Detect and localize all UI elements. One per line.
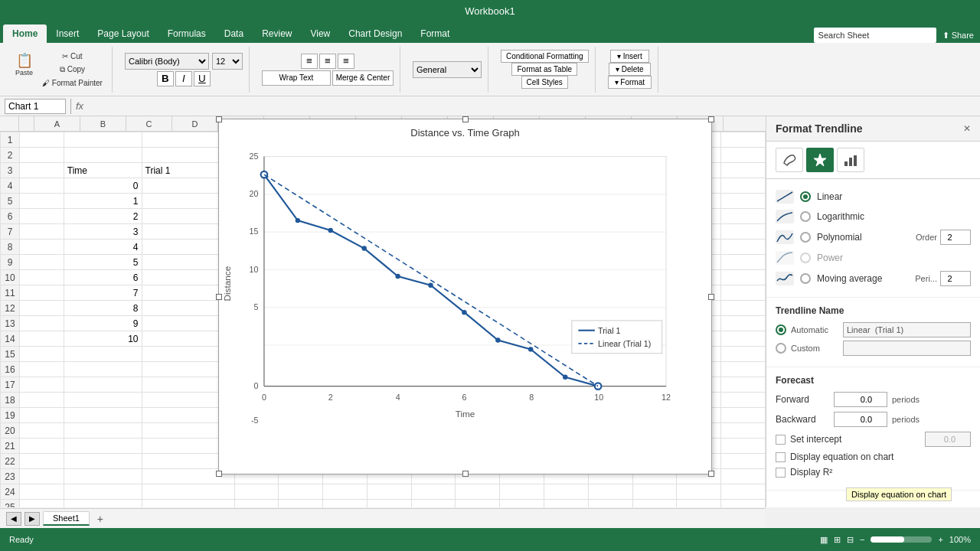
- share-button[interactable]: ⬆ Share: [942, 31, 974, 41]
- cell[interactable]: [500, 484, 544, 500]
- cell[interactable]: [20, 285, 64, 301]
- cell[interactable]: [64, 132, 142, 148]
- trendline-logarithmic[interactable]: Logarithmic: [776, 207, 971, 227]
- cell[interactable]: [20, 500, 64, 508]
- cell[interactable]: [721, 224, 766, 240]
- cell[interactable]: [279, 500, 323, 508]
- cell[interactable]: [367, 500, 411, 508]
- cell[interactable]: [721, 301, 766, 316]
- handle-ml[interactable]: [216, 294, 222, 300]
- cell[interactable]: [721, 285, 766, 301]
- tab-insert[interactable]: Insert: [47, 24, 88, 43]
- cell[interactable]: [721, 209, 766, 224]
- cell[interactable]: [64, 148, 142, 163]
- zoom-in-button[interactable]: +: [938, 535, 942, 544]
- cell[interactable]: 0: [64, 178, 142, 194]
- cell[interactable]: [234, 500, 279, 508]
- cell[interactable]: [456, 500, 500, 508]
- cell[interactable]: [20, 439, 64, 454]
- cell[interactable]: [20, 209, 64, 224]
- cell[interactable]: [721, 316, 766, 331]
- cell[interactable]: [64, 347, 142, 362]
- cell[interactable]: [721, 255, 766, 270]
- period-input[interactable]: [940, 271, 971, 286]
- cell[interactable]: [411, 484, 456, 500]
- cell[interactable]: [20, 469, 64, 484]
- bold-button[interactable]: B: [157, 71, 174, 86]
- custom-radio-row[interactable]: Custom: [776, 343, 837, 354]
- cell[interactable]: [721, 377, 766, 393]
- cell[interactable]: [20, 331, 64, 347]
- handle-br[interactable]: [708, 471, 714, 477]
- cell[interactable]: [632, 500, 677, 508]
- cell[interactable]: 8: [64, 301, 142, 316]
- view-layout-icon[interactable]: ⊞: [834, 535, 841, 545]
- tab-page-layout[interactable]: Page Layout: [88, 24, 158, 43]
- close-icon[interactable]: ✕: [963, 123, 971, 134]
- search-box[interactable]: Search Sheet: [814, 28, 936, 43]
- cell[interactable]: [20, 423, 64, 439]
- handle-bm[interactable]: [462, 471, 469, 477]
- cell[interactable]: [20, 393, 64, 408]
- tab-view[interactable]: View: [301, 24, 339, 43]
- next-sheet-button[interactable]: ▶: [24, 512, 40, 526]
- merge-center-button[interactable]: Merge & Center: [332, 70, 394, 86]
- cell[interactable]: [20, 132, 64, 148]
- backward-input[interactable]: [834, 412, 887, 427]
- trendline-moving-average[interactable]: Moving average Peri...: [776, 268, 971, 289]
- cell[interactable]: [64, 408, 142, 423]
- custom-radio[interactable]: [776, 343, 786, 354]
- cell[interactable]: Time: [64, 163, 142, 178]
- col-header-b[interactable]: B: [80, 116, 126, 131]
- align-left-button[interactable]: ≡: [301, 54, 318, 69]
- font-family-select[interactable]: Calibri (Body): [125, 53, 209, 70]
- cell[interactable]: [456, 484, 500, 500]
- panel-tab-effects[interactable]: [806, 148, 834, 172]
- cell[interactable]: 2: [64, 209, 142, 224]
- cell[interactable]: [721, 469, 766, 484]
- custom-name-input[interactable]: [843, 341, 971, 356]
- cell[interactable]: [323, 484, 368, 500]
- handle-bl[interactable]: [216, 471, 222, 477]
- format-painter-button[interactable]: 🖌 Format Painter: [39, 77, 106, 89]
- panel-tab-paint[interactable]: [776, 148, 803, 172]
- cell[interactable]: [721, 148, 766, 163]
- cell[interactable]: 6: [64, 270, 142, 285]
- cell[interactable]: [64, 469, 142, 484]
- cell[interactable]: [20, 240, 64, 255]
- cell[interactable]: [20, 362, 64, 377]
- cell[interactable]: [64, 362, 142, 377]
- conditional-formatting-button[interactable]: Conditional Formatting: [501, 50, 589, 63]
- cell[interactable]: [544, 500, 588, 508]
- intercept-value-input[interactable]: [925, 432, 971, 447]
- tab-formulas[interactable]: Formulas: [158, 24, 215, 43]
- insert-button[interactable]: ▾ Insert: [610, 50, 649, 63]
- cell[interactable]: [20, 255, 64, 270]
- cell[interactable]: [142, 484, 234, 500]
- cell[interactable]: [20, 163, 64, 178]
- cell[interactable]: [721, 163, 766, 178]
- cell[interactable]: [721, 408, 766, 423]
- cell[interactable]: [323, 500, 368, 508]
- tab-review[interactable]: Review: [253, 24, 301, 43]
- sheet-tab-sheet1[interactable]: Sheet1: [43, 511, 90, 526]
- cell[interactable]: [20, 224, 64, 240]
- cell[interactable]: [721, 178, 766, 194]
- cell[interactable]: [367, 484, 411, 500]
- cell[interactable]: [20, 377, 64, 393]
- power-radio[interactable]: [800, 253, 811, 263]
- chart-container[interactable]: Distance vs. Time Graph 25 20 15 10 5 0 …: [218, 119, 712, 474]
- cell[interactable]: [588, 500, 632, 508]
- cell-styles-button[interactable]: Cell Styles: [521, 76, 568, 89]
- cell[interactable]: [20, 316, 64, 331]
- cell[interactable]: [721, 132, 766, 148]
- cell[interactable]: [721, 240, 766, 255]
- align-right-button[interactable]: ≡: [338, 54, 354, 69]
- view-page-break-icon[interactable]: ⊟: [847, 535, 854, 545]
- automatic-name-input[interactable]: [843, 322, 971, 337]
- handle-tm[interactable]: [462, 116, 469, 122]
- automatic-radio[interactable]: [776, 324, 786, 335]
- cell[interactable]: [677, 484, 721, 500]
- format-as-table-button[interactable]: Format as Table: [511, 63, 577, 76]
- italic-button[interactable]: I: [175, 71, 192, 86]
